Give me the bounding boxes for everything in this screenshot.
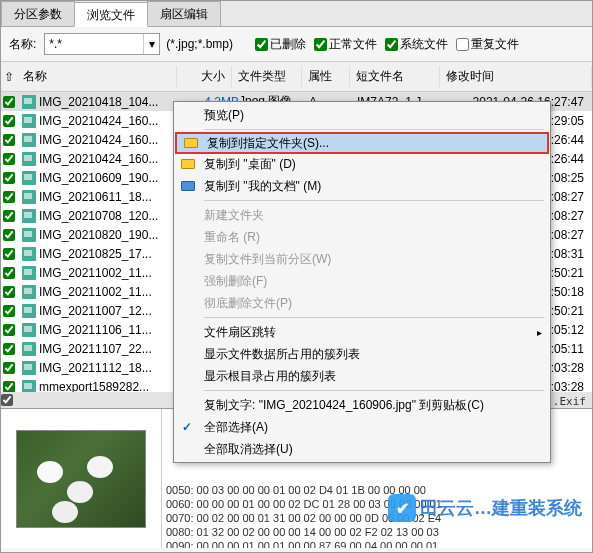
- file-name: IMG_20211112_18...: [39, 361, 184, 375]
- chk-normal[interactable]: 正常文件: [314, 36, 379, 53]
- col-type[interactable]: 文件类型: [232, 66, 302, 87]
- image-file-icon: [22, 228, 36, 242]
- ctx-show-data-clusters[interactable]: 显示文件数据所占用的簇列表: [174, 343, 550, 365]
- chevron-right-icon: ▸: [537, 327, 542, 338]
- folder-icon: [183, 135, 199, 151]
- image-file-icon: [22, 190, 36, 204]
- name-filter-label: 名称:: [9, 36, 38, 53]
- col-date[interactable]: 修改时间: [440, 66, 592, 87]
- ctx-rename: 重命名 (R): [174, 226, 550, 248]
- file-name: IMG_20210424_160...: [39, 133, 184, 147]
- file-name: IMG_20210424_160...: [39, 114, 184, 128]
- ctx-force-delete: 强制删除(F): [174, 270, 550, 292]
- image-file-icon: [22, 247, 36, 261]
- col-attr[interactable]: 属性: [302, 66, 350, 87]
- image-file-icon: [22, 361, 36, 375]
- row-checkbox[interactable]: [3, 153, 15, 165]
- file-name: IMG_20211107_22...: [39, 342, 184, 356]
- ctx-sector-jump[interactable]: 文件扇区跳转 ▸: [174, 321, 550, 343]
- col-size[interactable]: 大小: [177, 66, 232, 87]
- chk-repeat[interactable]: 重复文件: [456, 36, 521, 53]
- exif-label: ..Exif: [546, 395, 586, 408]
- thumbnail-box: [1, 409, 161, 548]
- filter-bar: 名称: ▾ (*.jpg;*.bmp) 已删除 正常文件 系统文件 重复文件: [1, 27, 592, 62]
- image-file-icon: [22, 209, 36, 223]
- file-name: IMG_20210424_160...: [39, 152, 184, 166]
- image-file-icon: [22, 133, 36, 147]
- row-checkbox[interactable]: [3, 381, 15, 393]
- ctx-deep-delete: 彻底删除文件(P): [174, 292, 550, 314]
- tab-browse[interactable]: 浏览文件: [74, 2, 148, 27]
- file-name: mmexport1589282...: [39, 380, 184, 393]
- row-checkbox[interactable]: [3, 172, 15, 184]
- watermark: ✔ 田云云…建重装系统: [388, 494, 582, 522]
- row-checkbox[interactable]: [3, 286, 15, 298]
- image-file-icon: [22, 171, 36, 185]
- row-checkbox[interactable]: [3, 248, 15, 260]
- file-name: IMG_20211007_12...: [39, 304, 184, 318]
- app-window: 分区参数 浏览文件 扇区编辑 名称: ▾ (*.jpg;*.bmp) 已删除 正…: [0, 0, 593, 553]
- chk-system[interactable]: 系统文件: [385, 36, 450, 53]
- ctx-select-all[interactable]: ✓ 全部选择(A): [174, 416, 550, 438]
- chevron-down-icon[interactable]: ▾: [143, 34, 159, 54]
- row-checkbox[interactable]: [3, 191, 15, 203]
- watermark-icon: ✔: [388, 494, 416, 522]
- name-filter-combo[interactable]: ▾: [44, 33, 160, 55]
- hex-row: 0080: 01 32 00 02 00 00 00 14 00 00 02 F…: [166, 525, 588, 539]
- row-checkbox[interactable]: [3, 267, 15, 279]
- ctx-new-folder: 新建文件夹: [174, 204, 550, 226]
- file-name: IMG_20210609_190...: [39, 171, 184, 185]
- row-checkbox[interactable]: [3, 305, 15, 317]
- tab-partition[interactable]: 分区参数: [1, 1, 75, 26]
- file-name: IMG_20211106_11...: [39, 323, 184, 337]
- image-file-icon: [22, 380, 36, 393]
- row-checkbox[interactable]: [3, 324, 15, 336]
- ctx-copy-partition: 复制文件到当前分区(W): [174, 248, 550, 270]
- row-checkbox[interactable]: [3, 362, 15, 374]
- row-checkbox[interactable]: [3, 343, 15, 355]
- row-checkbox[interactable]: [3, 210, 15, 222]
- file-name: IMG_20210825_17...: [39, 247, 184, 261]
- file-name: IMG_20210708_120...: [39, 209, 184, 223]
- file-name: IMG_20210611_18...: [39, 190, 184, 204]
- column-header: ⇧ 名称 大小 文件类型 属性 短文件名 修改时间: [1, 62, 592, 92]
- image-file-icon: [22, 285, 36, 299]
- file-name: IMG_20211002_11...: [39, 266, 184, 280]
- chk-deleted[interactable]: 已删除: [255, 36, 308, 53]
- col-short[interactable]: 短文件名: [350, 66, 440, 87]
- tab-sector[interactable]: 扇区编辑: [147, 1, 221, 26]
- folder-icon: [180, 156, 196, 172]
- pattern-text: (*.jpg;*.bmp): [166, 37, 233, 51]
- image-file-icon: [22, 323, 36, 337]
- ctx-show-root-clusters[interactable]: 显示根目录占用的簇列表: [174, 365, 550, 387]
- hex-row: 0090: 00 00 00 01 00 01 00 00 87 69 00 0…: [166, 539, 588, 548]
- sort-up-icon[interactable]: ⇧: [1, 70, 17, 84]
- image-file-icon: [22, 95, 36, 109]
- ctx-preview[interactable]: 预览(P): [174, 104, 550, 126]
- image-file-icon: [22, 304, 36, 318]
- ctx-copy-to-folder[interactable]: 复制到指定文件夹(S)...: [175, 132, 549, 154]
- ctx-deselect-all[interactable]: 全部取消选择(U): [174, 438, 550, 460]
- image-file-icon: [22, 114, 36, 128]
- row-checkbox[interactable]: [3, 134, 15, 146]
- file-name: IMG_20211002_11...: [39, 285, 184, 299]
- file-name: IMG_20210820_190...: [39, 228, 184, 242]
- row-checkbox[interactable]: [3, 229, 15, 241]
- row-checkbox[interactable]: [3, 96, 15, 108]
- file-name: IMG_20210418_104...: [39, 95, 184, 109]
- context-menu: 预览(P) 复制到指定文件夹(S)... 复制到 "桌面" (D) 复制到 "我…: [173, 101, 551, 463]
- check-icon: ✓: [182, 420, 192, 434]
- name-filter-input[interactable]: [45, 37, 143, 51]
- thumbnail-image: [16, 430, 146, 528]
- ctx-copy-docs[interactable]: 复制到 "我的文档" (M): [174, 175, 550, 197]
- folder-icon: [180, 178, 196, 194]
- col-name[interactable]: 名称: [17, 66, 177, 87]
- image-file-icon: [22, 266, 36, 280]
- footer-checkbox[interactable]: [1, 394, 13, 406]
- row-checkbox[interactable]: [3, 115, 15, 127]
- tab-bar: 分区参数 浏览文件 扇区编辑: [1, 1, 592, 27]
- ctx-copy-desktop[interactable]: 复制到 "桌面" (D): [174, 153, 550, 175]
- ctx-copy-text[interactable]: 复制文字: "IMG_20210424_160906.jpg" 到剪贴板(C): [174, 394, 550, 416]
- image-file-icon: [22, 342, 36, 356]
- image-file-icon: [22, 152, 36, 166]
